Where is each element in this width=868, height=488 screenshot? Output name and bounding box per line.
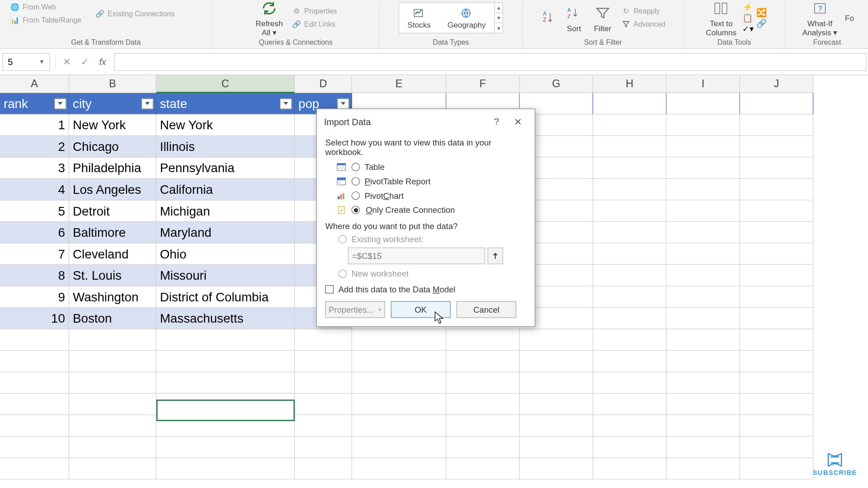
col-header-B[interactable]: B [69, 75, 156, 93]
table-header-state[interactable]: state [156, 93, 295, 115]
table-header-city[interactable]: city [69, 93, 156, 115]
dialog-help-button[interactable]: ? [487, 114, 506, 129]
from-table-button[interactable]: 📊From Table/Range [7, 14, 84, 26]
svg-text:Z: Z [543, 17, 546, 23]
consolidate-icon[interactable]: 🔀 [756, 8, 766, 17]
table-cell[interactable]: California [156, 179, 295, 201]
table-cell[interactable]: Los Angeles [69, 179, 156, 201]
cancel-button[interactable]: Cancel [457, 301, 516, 318]
whatif-button[interactable]: ? What-If Analysis ▾ [799, 0, 841, 38]
radio-pivottable[interactable] [351, 177, 359, 185]
table-cell[interactable]: Michigan [156, 201, 295, 222]
forecast-button[interactable]: Fo [844, 12, 855, 23]
edit-links-button: 🔗Edit Links [289, 19, 340, 30]
enter-formula-icon: ✓ [76, 53, 94, 71]
table-cell[interactable]: 9 [0, 286, 69, 308]
col-header-J[interactable]: J [740, 75, 813, 93]
table-cell[interactable]: 8 [0, 265, 69, 286]
svg-rect-17 [338, 196, 340, 199]
svg-rect-16 [337, 178, 345, 180]
remove-dup-icon[interactable]: 📋 [742, 13, 754, 23]
table-cell[interactable]: 3 [0, 157, 69, 179]
table-cell[interactable]: Chicago [69, 136, 156, 158]
sort-button[interactable]: AZ Sort [561, 2, 587, 34]
data-types-gallery[interactable]: Stocks Geography ▴▾▾ [399, 2, 503, 33]
table-cell[interactable]: Boston [69, 308, 156, 329]
col-header-G[interactable]: G [520, 75, 593, 93]
existing-connections-button[interactable]: 🔗Existing Connections [92, 8, 177, 19]
range-selector-button[interactable] [487, 248, 503, 264]
table-cell[interactable]: Philadelphia [69, 157, 156, 179]
table-cell[interactable]: Pennsylvania [156, 157, 295, 179]
table-cell[interactable]: Ohio [156, 244, 295, 265]
table-cell[interactable]: 7 [0, 244, 69, 265]
filter-dropdown-icon[interactable] [280, 98, 292, 109]
dialog-title: Import Data [324, 117, 371, 127]
table-cell[interactable]: St. Louis [69, 265, 156, 286]
table-cell[interactable]: Detroit [69, 201, 156, 222]
svg-rect-20 [338, 206, 344, 214]
filter-dropdown-icon[interactable] [337, 98, 349, 109]
svg-rect-7 [722, 3, 727, 14]
dialog-close-button[interactable]: ✕ [509, 114, 528, 129]
table-cell[interactable]: Illinois [156, 136, 295, 158]
fx-icon[interactable]: fx [94, 53, 112, 71]
stocks-type[interactable]: Stocks [399, 5, 439, 31]
table-cell[interactable]: 4 [0, 179, 69, 201]
table-header-rank[interactable]: rank [0, 93, 69, 115]
geography-type[interactable]: Geography [439, 5, 494, 31]
data-val-icon[interactable]: ✓▾ [742, 24, 754, 33]
svg-text:Z: Z [567, 13, 571, 19]
radio-pivotchart[interactable] [351, 192, 359, 200]
radio-table[interactable] [351, 163, 359, 171]
table-cell[interactable]: Baltimore [69, 222, 156, 244]
relationships-icon[interactable]: 🔗 [756, 19, 766, 28]
filter-dropdown-icon[interactable] [54, 98, 66, 109]
table-cell[interactable]: 5 [0, 201, 69, 222]
col-header-A[interactable]: A [0, 75, 69, 93]
table-cell[interactable]: 10 [0, 308, 69, 329]
table-cell[interactable]: Cleveland [69, 244, 156, 265]
table-cell[interactable]: 6 [0, 222, 69, 244]
table-cell[interactable]: Missouri [156, 265, 295, 286]
svg-text:?: ? [818, 5, 822, 13]
sort-az-button[interactable]: AZ [538, 8, 558, 27]
formula-input[interactable] [114, 53, 867, 71]
from-web-button[interactable]: 🌐From Web [7, 1, 84, 13]
col-header-E[interactable]: E [352, 75, 447, 93]
table-cell[interactable]: Washington [69, 286, 156, 308]
radio-connection[interactable] [351, 206, 359, 214]
filter-dropdown-icon[interactable] [142, 98, 153, 109]
svg-text:A: A [543, 10, 547, 17]
text-to-columns-button[interactable]: Text to Columns [702, 0, 740, 38]
cancel-formula-icon: ✕ [58, 53, 76, 71]
refresh-all-button[interactable]: Refresh All ▾ [252, 0, 287, 38]
table-cell[interactable]: Maryland [156, 222, 295, 244]
ok-button[interactable]: OK [391, 301, 451, 318]
connection-icon [336, 205, 347, 216]
flash-fill-icon[interactable]: ⚡ [742, 2, 754, 12]
cell-ref-input [348, 248, 486, 264]
namebox-dropdown-icon[interactable]: ▼ [39, 58, 45, 65]
table-cell[interactable]: District of Columbia [156, 286, 295, 308]
col-header-F[interactable]: F [446, 75, 519, 93]
table-cell[interactable]: Massachusetts [156, 308, 295, 329]
table-cell[interactable]: New York [156, 114, 295, 136]
svg-rect-6 [715, 3, 720, 14]
radio-existing-ws [338, 235, 346, 243]
col-header-H[interactable]: H [593, 75, 666, 93]
pivottable-icon [336, 176, 347, 187]
name-box[interactable]: 5▼ [2, 53, 50, 71]
col-header-I[interactable]: I [666, 75, 740, 93]
data-model-checkbox[interactable] [325, 285, 333, 293]
filter-button[interactable]: Filter [590, 2, 616, 34]
svg-text:A: A [567, 7, 571, 13]
svg-rect-19 [343, 193, 344, 199]
table-cell[interactable]: New York [69, 114, 156, 136]
col-header-C[interactable]: C [156, 75, 295, 93]
table-cell[interactable]: 2 [0, 136, 69, 158]
advanced-button[interactable]: Advanced [618, 19, 668, 30]
get-transform-label: Get & Transform Data [71, 38, 141, 47]
col-header-D[interactable]: D [295, 75, 352, 93]
table-cell[interactable]: 1 [0, 114, 69, 136]
